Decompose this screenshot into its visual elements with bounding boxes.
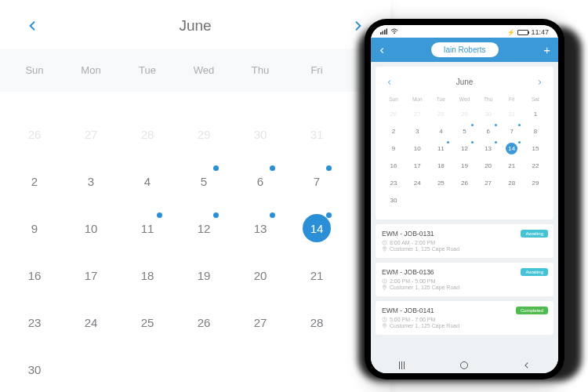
job-card[interactable]: EWM - JOB-01318:00 AM - 2:00 PMCustomer …	[376, 224, 554, 258]
calendar-day[interactable]: 20	[232, 252, 289, 299]
job-card[interactable]: EWM - JOB-01362:00 PM - 5:00 PMCustomer …	[376, 263, 554, 296]
calendar-day[interactable]: 5	[176, 158, 232, 205]
mini-calendar-day[interactable]: 15	[524, 140, 547, 157]
calendar-day[interactable]: 25	[119, 299, 176, 346]
status-bar: ⚡ 11:47	[371, 25, 558, 38]
calendar-day-prev[interactable]: 31	[289, 111, 345, 158]
desktop-calendar: June SunMonTueWedThuFriSat 2627282930311…	[0, 0, 390, 392]
mini-weekday-label: Mon	[405, 96, 429, 102]
event-dot-icon	[518, 141, 521, 143]
mini-calendar-day[interactable]: 11	[429, 140, 452, 157]
back-nav-button[interactable]	[521, 360, 532, 371]
mini-calendar-day[interactable]: 18	[429, 157, 452, 174]
mini-calendar-day[interactable]: 19	[452, 157, 476, 174]
mini-calendar-day[interactable]: 1	[524, 105, 547, 122]
mini-calendar-day-prev[interactable]: 30	[477, 105, 500, 122]
mini-calendar-day[interactable]: 10	[405, 140, 429, 157]
mini-calendar-day[interactable]: 27	[477, 174, 500, 191]
calendar-day[interactable]: 10	[63, 205, 119, 252]
calendar-day-prev[interactable]: 27	[63, 111, 119, 158]
calendar-day[interactable]: 27	[232, 299, 289, 346]
recents-button[interactable]	[397, 360, 408, 371]
mini-calendar-day[interactable]: 21	[500, 157, 524, 174]
job-time: 5:00 PM - 7:00 PM	[382, 317, 547, 322]
home-button[interactable]	[459, 360, 470, 371]
android-nav-bar	[371, 356, 558, 373]
calendar-day[interactable]: 19	[176, 252, 232, 299]
mini-weekday-label: Sat	[524, 96, 547, 102]
mini-calendar-day[interactable]: 8	[524, 122, 547, 140]
mini-calendar-day[interactable]: 22	[524, 157, 547, 174]
calendar-day[interactable]: 24	[63, 299, 119, 346]
calendar-day[interactable]: 16	[6, 252, 63, 299]
back-button[interactable]	[379, 43, 386, 57]
mini-calendar-day[interactable]: 3	[405, 122, 429, 140]
mini-calendar-day[interactable]: 16	[382, 157, 405, 174]
mini-calendar-day-prev[interactable]: 28	[429, 105, 452, 122]
calendar-day-prev[interactable]: 29	[176, 111, 232, 158]
calendar-day[interactable]: 13	[232, 205, 289, 252]
mini-next-month-button[interactable]	[536, 74, 543, 89]
mini-calendar-day[interactable]: 5	[452, 122, 476, 140]
calendar-day[interactable]: 28	[289, 299, 345, 346]
calendar-day[interactable]: 2	[6, 158, 63, 205]
mini-calendar-day[interactable]: 25	[429, 174, 452, 191]
mini-calendar-day[interactable]: 29	[524, 174, 547, 191]
calendar-day[interactable]: 23	[6, 299, 63, 346]
calendar-day[interactable]: 3	[63, 158, 119, 205]
wifi-icon	[390, 28, 398, 36]
mini-calendar-day[interactable]: 17	[405, 157, 429, 174]
next-month-button[interactable]	[351, 20, 364, 32]
mini-calendar-day[interactable]: 9	[382, 140, 405, 157]
calendar-day[interactable]: 7	[289, 158, 345, 205]
mini-calendar-day-prev[interactable]: 31	[500, 105, 524, 122]
event-dot-icon	[447, 141, 449, 143]
job-card[interactable]: EWM - JOB-01415:00 PM - 7:00 PMCustomer …	[376, 301, 554, 335]
event-dot-icon	[326, 165, 332, 171]
mini-calendar-day[interactable]: 14	[500, 140, 524, 157]
calendar-day-prev[interactable]: 26	[6, 111, 63, 158]
mini-calendar-day[interactable]: 6	[477, 122, 500, 140]
calendar-day[interactable]: 12	[176, 205, 232, 252]
mini-calendar-day[interactable]: 24	[405, 174, 429, 191]
mini-calendar-day[interactable]: 28	[500, 174, 524, 191]
add-button[interactable]: +	[543, 44, 550, 56]
mini-calendar-day[interactable]: 23	[382, 174, 405, 191]
calendar-day[interactable]: 26	[176, 299, 232, 346]
mini-calendar-day[interactable]: 30	[382, 191, 405, 209]
calendar-day[interactable]: 21	[289, 252, 345, 299]
calendar-day[interactable]: 14	[289, 205, 345, 252]
event-dot-icon	[495, 141, 497, 143]
mini-calendar-day[interactable]: 26	[452, 174, 476, 191]
calendar-day[interactable]: 17	[63, 252, 119, 299]
mini-calendar-day-prev[interactable]: 29	[452, 105, 476, 122]
event-dot-icon	[471, 124, 474, 126]
mini-calendar-day[interactable]: 12	[452, 140, 476, 157]
mini-calendar-day[interactable]: 13	[477, 140, 500, 157]
mini-calendar-day-prev[interactable]: 26	[382, 105, 405, 122]
mini-calendar-day[interactable]: 7	[500, 122, 524, 140]
svg-point-4	[394, 32, 395, 34]
mini-calendar-day[interactable]: 20	[477, 157, 500, 174]
weekday-label: Thu	[232, 64, 289, 76]
mini-calendar-day[interactable]: 2	[382, 122, 405, 140]
job-list: EWM - JOB-01318:00 AM - 2:00 PMCustomer …	[371, 224, 558, 356]
calendar-day[interactable]: 4	[119, 158, 176, 205]
mini-prev-month-button[interactable]	[387, 74, 393, 89]
svg-point-8	[384, 286, 385, 287]
calendar-day[interactable]: 9	[6, 205, 63, 252]
mini-calendar-day-prev[interactable]: 27	[405, 105, 429, 122]
prev-month-button[interactable]	[27, 20, 39, 32]
calendar-day[interactable]: 6	[232, 158, 289, 205]
calendar-day[interactable]: 18	[119, 252, 176, 299]
svg-rect-2	[384, 30, 386, 34]
mini-calendar-day[interactable]: 4	[429, 122, 452, 140]
calendar-day[interactable]: 11	[119, 205, 176, 252]
weekday-label: Sun	[6, 64, 63, 76]
calendar-day[interactable]: 30	[6, 346, 63, 392]
svg-point-6	[384, 248, 385, 249]
user-pill[interactable]: Iain Roberts	[431, 42, 499, 57]
event-dot-icon	[495, 124, 497, 126]
calendar-day-prev[interactable]: 30	[232, 111, 289, 158]
calendar-day-prev[interactable]: 28	[119, 111, 176, 158]
